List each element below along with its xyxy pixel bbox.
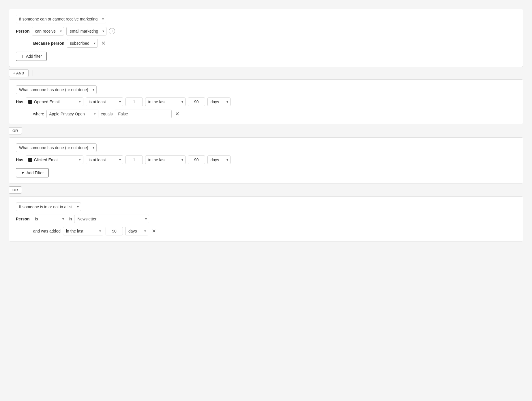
block1-can-receive-select[interactable]: can receive xyxy=(32,27,64,35)
block3-operator-wrapper[interactable]: is at least xyxy=(86,155,123,164)
block4-person-label: Person xyxy=(16,217,29,221)
and-connector: + AND xyxy=(9,69,523,77)
block1-card: If someone can or cannot receive marketi… xyxy=(9,9,523,67)
block2-days-input[interactable] xyxy=(188,98,205,106)
block3-operator-select[interactable]: is at least xyxy=(86,155,123,164)
block4-card: If someone is in or not in a list Person… xyxy=(9,196,523,241)
block3-event-wrapper[interactable]: Clicked Email ▾ xyxy=(26,155,83,164)
or-line-1 xyxy=(25,131,524,131)
block1-condition-type-select[interactable]: If someone can or cannot receive marketi… xyxy=(16,15,106,23)
block3-has-label: Has xyxy=(16,158,23,162)
block4-condition-type-wrapper[interactable]: If someone is in or not in a list xyxy=(16,203,81,211)
block2-condition-type-select[interactable]: What someone has done (or not done) xyxy=(16,85,97,94)
block4-and-was-added-label: and was added xyxy=(33,229,61,233)
block3-add-filter-btn[interactable]: ▼ Add Filter xyxy=(16,168,49,177)
block4-in-label: in xyxy=(69,217,72,221)
block2-equals-label: equals xyxy=(101,112,113,116)
or-button-1[interactable]: OR xyxy=(9,127,22,134)
block2-event-chevron: ▾ xyxy=(79,100,81,104)
block3-event-chevron: ▾ xyxy=(79,158,81,162)
info-icon[interactable]: i xyxy=(109,28,115,34)
block3-days-unit-select[interactable]: days xyxy=(207,155,231,164)
or-connector-2: OR xyxy=(9,186,523,194)
block1-because-remove-btn[interactable]: ✕ xyxy=(100,41,107,46)
block4-list-select[interactable]: Newsletter xyxy=(74,215,149,223)
or-line-2 xyxy=(25,190,524,190)
block1-marketing-type-select[interactable]: email marketing xyxy=(66,27,106,35)
block1-person-label: Person xyxy=(16,29,29,33)
block3-condition-type-wrapper[interactable]: What someone has done (or not done) xyxy=(16,143,97,152)
block3-event-icon xyxy=(28,158,32,162)
block2-where-chevron: ▾ xyxy=(94,112,96,116)
block4-remove-btn[interactable]: ✕ xyxy=(151,228,157,234)
block3-count-input[interactable] xyxy=(125,155,143,164)
block3-time-op-select[interactable]: in the last xyxy=(145,155,186,164)
block2-condition-type-wrapper[interactable]: What someone has done (or not done) xyxy=(16,85,97,94)
filter-icon-2: ▼ xyxy=(21,170,25,175)
or-connector-1: OR xyxy=(9,127,523,134)
block1-marketing-type-wrapper[interactable]: email marketing xyxy=(66,27,106,35)
block1-add-filter-btn[interactable]: ⊤ Add filter xyxy=(16,52,47,61)
block2-operator-select[interactable]: is at least xyxy=(86,98,123,106)
block2-card: What someone has done (or not done) Has … xyxy=(9,79,523,124)
block3-days-input[interactable] xyxy=(188,155,205,164)
block3-time-op-wrapper[interactable]: in the last xyxy=(145,155,186,164)
block2-where-field-wrapper[interactable]: Apple Privacy Open ▾ xyxy=(46,110,98,118)
block1-condition-type-wrapper[interactable]: If someone can or cannot receive marketi… xyxy=(16,15,106,23)
block4-days-input[interactable] xyxy=(106,227,123,235)
block2-event-icon xyxy=(28,100,32,104)
block2-days-unit-wrapper[interactable]: days xyxy=(207,98,231,106)
block3-days-unit-wrapper[interactable]: days xyxy=(207,155,231,164)
block4-days-unit-wrapper[interactable]: days xyxy=(125,227,148,235)
block2-event-name: Opened Email xyxy=(34,100,60,104)
block4-condition-type-select[interactable]: If someone is in or not in a list xyxy=(16,203,81,211)
block2-where-remove-btn[interactable]: ✕ xyxy=(174,111,181,117)
block2-where-label: where xyxy=(33,112,44,116)
block3-event-name: Clicked Email xyxy=(34,158,59,162)
block2-event-wrapper[interactable]: Opened Email ▾ xyxy=(26,98,83,106)
block4-person-op-wrapper[interactable]: is xyxy=(32,215,66,223)
or-button-2[interactable]: OR xyxy=(9,186,22,194)
block4-time-op-select[interactable]: in the last xyxy=(63,227,103,235)
block1-because-select[interactable]: subscribed xyxy=(67,39,98,48)
block1-because-label: Because person xyxy=(33,41,64,46)
block3-add-filter-label: Add Filter xyxy=(27,170,44,175)
and-button[interactable]: + AND xyxy=(9,69,29,77)
block2-operator-wrapper[interactable]: is at least xyxy=(86,98,123,106)
block1-because-wrapper[interactable]: subscribed xyxy=(67,39,98,48)
filter-icon: ⊤ xyxy=(21,54,24,59)
block2-count-input[interactable] xyxy=(125,98,143,106)
block3-card: What someone has done (or not done) Has … xyxy=(9,137,523,183)
block2-equals-value[interactable] xyxy=(115,110,172,118)
block4-days-unit-select[interactable]: days xyxy=(125,227,148,235)
block4-time-op-wrapper[interactable]: in the last xyxy=(63,227,103,235)
block2-time-op-select[interactable]: in the last xyxy=(145,98,186,106)
block1-can-receive-wrapper[interactable]: can receive xyxy=(32,27,64,35)
block2-where-field: Apple Privacy Open xyxy=(49,112,85,116)
block4-person-op-select[interactable]: is xyxy=(32,215,66,223)
block1-add-filter-label: Add filter xyxy=(26,54,42,59)
block2-time-op-wrapper[interactable]: in the last xyxy=(145,98,186,106)
block3-condition-type-select[interactable]: What someone has done (or not done) xyxy=(16,143,97,152)
block2-days-unit-select[interactable]: days xyxy=(207,98,231,106)
block2-has-label: Has xyxy=(16,100,23,104)
block4-list-wrapper[interactable]: Newsletter xyxy=(74,215,149,223)
